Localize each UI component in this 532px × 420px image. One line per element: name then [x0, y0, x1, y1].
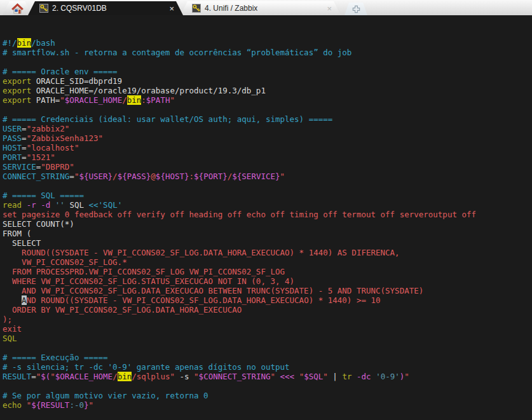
code-line: read -r -d '' SQL <<'SQL' [3, 200, 532, 210]
terminal-content: #!/bin/bash# smartflow.sh - retorna a co… [3, 38, 532, 420]
tab-cqsrv01db[interactable]: 2. CQSRV01DB × [28, 1, 183, 15]
code-line [3, 410, 532, 419]
tab-bar: 2. CQSRV01DB × 4. Unifi / Zabbix × [0, 0, 532, 15]
code-line [3, 343, 532, 353]
code-line: # ===== Credenciais (ideal: usar wallet/… [3, 114, 532, 124]
code-line: FROM PROCESSPRD.VW_PI_CCONS02_SF_LOG VW_… [3, 267, 532, 276]
code-line: RESULT="$("$ORACLE_HOME/bin/sqlplus" -s … [3, 372, 532, 381]
key-icon [39, 4, 48, 13]
code-line: SELECT [3, 238, 532, 248]
code-line [3, 57, 532, 67]
code-line: # Se por algum motivo vier vazio, retorn… [3, 391, 532, 400]
code-line: USER="zabbix2" [3, 124, 532, 133]
key-icon [192, 4, 201, 13]
close-icon[interactable]: × [324, 4, 334, 13]
code-line: CONNECT_STRING="${USER}/${PASS}@${HOST}:… [3, 172, 532, 181]
close-icon[interactable]: × [167, 4, 177, 13]
code-line: set pagesize 0 feedback off verify off h… [3, 210, 532, 219]
code-line: SQL [3, 334, 532, 343]
code-line: VW_PI_CCONS02_SF_LOG.* [3, 257, 532, 267]
code-line: # -s silencia; tr -dc '0-9' garante apen… [3, 362, 532, 372]
tab-label: 4. Unifi / Zabbix [205, 4, 257, 13]
tab-unifi-zabbix[interactable]: 4. Unifi / Zabbix × [181, 1, 341, 15]
code-line: PASS="ZabbixSenha123" [3, 133, 532, 143]
terminal[interactable]: #!/bin/bash# smartflow.sh - retorna a co… [0, 15, 532, 420]
code-line: exit [3, 324, 532, 334]
code-line: AND ROUND((SYSDATE - VW_PI_CCONS02_SF_LO… [3, 295, 532, 305]
code-line: PORT="1521" [3, 152, 532, 162]
code-line: # ===== Execução ===== [3, 353, 532, 362]
code-line: WHERE VW_PI_CCONS02_SF_LOG.STATUS_EXECUC… [3, 276, 532, 286]
code-line: # smartflow.sh - retorna a contagem de o… [3, 48, 532, 57]
code-line: echo "${RESULT:-0}" [3, 400, 532, 410]
new-tab-button[interactable] [344, 3, 367, 15]
code-line [3, 181, 532, 191]
code-line: #!/bin/bash [3, 38, 532, 48]
plus-icon [351, 4, 361, 14]
code-line: export PATH="$ORACLE_HOME/bin:$PATH" [3, 95, 532, 105]
code-line: ROUND((SYSDATE - VW_PI_CCONS02_SF_LOG.DA… [3, 248, 532, 257]
code-line: FROM ( [3, 229, 532, 238]
code-line: SELECT COUNT(*) [3, 219, 532, 229]
home-icon [11, 3, 24, 14]
code-line: ORDER BY VW_PI_CCONS02_SF_LOG.DATA_HORA_… [3, 305, 532, 315]
code-line: AND VW_PI_CCONS02_SF_LOG.DATA_EXECUCAO B… [3, 286, 532, 295]
code-line: ); [3, 315, 532, 324]
code-line: SERVICE="DBPRD" [3, 162, 532, 172]
code-line [3, 105, 532, 114]
tab-label: 2. CQSRV01DB [52, 4, 107, 13]
code-line: # ===== Oracle env ===== [3, 67, 532, 76]
code-line: HOST="localhost" [3, 143, 532, 152]
code-line: export ORACLE_SID=dbprd19 [3, 76, 532, 86]
home-tab[interactable] [3, 1, 32, 15]
code-line [3, 381, 532, 391]
code-line: export ORACLE_HOME=/oracle19/orabase/pro… [3, 86, 532, 95]
code-line: # ===== SQL ===== [3, 191, 532, 200]
